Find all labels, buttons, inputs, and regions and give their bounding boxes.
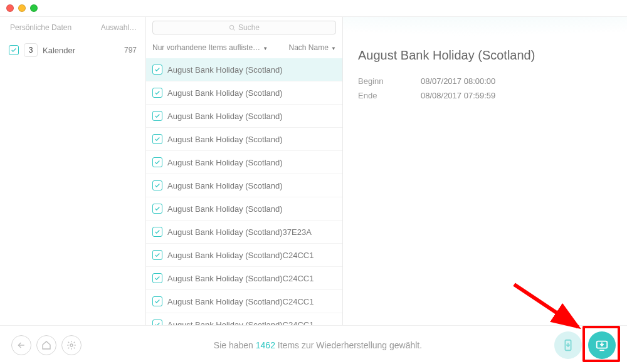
list-item-label: August Bank Holiday (Scotland)C24CC1: [167, 274, 314, 283]
checkbox-icon[interactable]: [152, 250, 162, 260]
detail-value: 08/08/2017 07:59:59: [421, 91, 495, 100]
list-item[interactable]: August Bank Holiday (Scotland): [146, 105, 342, 128]
list-item-label: August Bank Holiday (Scotland)C24CC1: [167, 297, 314, 306]
checkbox-icon[interactable]: [152, 111, 162, 121]
list-item-label: August Bank Holiday (Scotland): [167, 88, 283, 98]
chevron-down-icon: ▼: [261, 46, 268, 51]
checkbox-icon[interactable]: [152, 65, 162, 75]
detail-row: Beginn08/07/2017 08:00:00: [358, 74, 612, 88]
detail-value: 08/07/2017 08:00:00: [421, 76, 495, 86]
detail-key: Beginn: [358, 76, 421, 86]
checkbox-icon[interactable]: [152, 296, 162, 306]
home-icon: [41, 340, 51, 350]
sidebar-item-calendar[interactable]: 3 Kalender 797: [0, 38, 145, 62]
list-item[interactable]: August Bank Holiday (Scotland): [146, 58, 342, 81]
settings-button[interactable]: [61, 335, 82, 355]
list-item[interactable]: August Bank Holiday (Scotland)C24CC1: [146, 244, 342, 267]
list-item-label: August Bank Holiday (Scotland): [167, 204, 283, 214]
arrow-left-icon: [16, 340, 26, 350]
list-item[interactable]: August Bank Holiday (Scotland): [146, 151, 342, 174]
gear-icon: [66, 340, 76, 350]
recover-to-computer-button[interactable]: [588, 331, 616, 359]
svg-line-1: [233, 29, 235, 31]
list-item-label: August Bank Holiday (Scotland)37E23A: [167, 227, 312, 237]
back-button[interactable]: [11, 335, 31, 355]
sidebar-header-right[interactable]: Auswahl…: [101, 23, 137, 32]
chevron-down-icon: ▼: [330, 46, 336, 51]
list-item-label: August Bank Holiday (Scotland): [167, 65, 283, 75]
footer-status-text: Sie haben 1462 Items zur Wiederherstellu…: [82, 340, 554, 350]
list-item-label: August Bank Holiday (Scotland)C24CC1: [167, 251, 314, 260]
sort-by-name[interactable]: Nach Name ▼: [289, 43, 337, 52]
checkbox-icon[interactable]: [152, 134, 162, 144]
list-item-label: August Bank Holiday (Scotland): [167, 158, 283, 167]
sidebar-item-count: 797: [124, 46, 137, 55]
detail-key: Ende: [358, 91, 421, 100]
list-item[interactable]: August Bank Holiday (Scotland): [146, 197, 342, 221]
checkbox-icon[interactable]: [152, 320, 162, 325]
window-zoom-icon[interactable]: [30, 4, 38, 12]
search-icon: [229, 24, 236, 31]
svg-point-0: [229, 25, 233, 29]
sidebar: Persönliche Daten Auswahl… 3 Kalender 79…: [0, 17, 146, 325]
list-item[interactable]: August Bank Holiday (Scotland)C24CC1: [146, 267, 342, 290]
list-item[interactable]: August Bank Holiday (Scotland): [146, 174, 342, 197]
list-item-label: August Bank Holiday (Scotland): [167, 135, 283, 144]
list-item[interactable]: August Bank Holiday (Scotland): [146, 128, 342, 151]
window-minimize-icon[interactable]: [18, 4, 26, 12]
detail-row: Ende08/08/2017 07:59:59: [358, 88, 612, 103]
search-input[interactable]: Suche: [152, 21, 336, 34]
list-item[interactable]: August Bank Holiday (Scotland)37E23A: [146, 221, 342, 244]
sidebar-header-left: Persönliche Daten: [10, 23, 71, 32]
download-to-computer-icon: [595, 338, 609, 352]
event-list[interactable]: August Bank Holiday (Scotland)August Ban…: [146, 58, 342, 325]
search-placeholder: Suche: [238, 23, 260, 32]
checkbox-icon[interactable]: [152, 180, 162, 190]
recover-to-device-button[interactable]: [554, 331, 582, 359]
list-item-label: August Bank Holiday (Scotland): [167, 181, 283, 190]
checkbox-icon[interactable]: [152, 204, 162, 214]
svg-point-3: [70, 344, 73, 346]
footer: Sie haben 1462 Items zur Wiederherstellu…: [0, 325, 627, 364]
calendar-icon: 3: [24, 43, 38, 57]
sidebar-item-label: Kalender: [43, 46, 124, 55]
checkbox-icon[interactable]: [152, 273, 162, 283]
checkbox-icon[interactable]: [152, 157, 162, 167]
checkbox-icon[interactable]: [9, 45, 19, 55]
checkbox-icon[interactable]: [152, 88, 162, 98]
checkbox-icon[interactable]: [152, 227, 162, 237]
filter-existing-items[interactable]: Nur vorhandene Items aufliste… ▼: [152, 43, 282, 52]
window-close-icon[interactable]: [6, 4, 14, 12]
list-item[interactable]: August Bank Holiday (Scotland)C24CC1: [146, 290, 342, 313]
list-item[interactable]: August Bank Holiday (Scotland): [146, 81, 342, 105]
event-list-panel: Suche Nur vorhandene Items aufliste… ▼ N…: [146, 17, 343, 325]
detail-panel: August Bank Holiday (Scotland) Beginn08/…: [343, 17, 627, 325]
phone-icon: [561, 338, 575, 352]
list-item-label: August Bank Holiday (Scotland): [167, 112, 283, 121]
list-item-label: August Bank Holiday (Scotland)C24CC1: [167, 320, 314, 326]
detail-title: August Bank Holiday (Scotland): [358, 48, 612, 63]
home-button[interactable]: [36, 335, 56, 355]
list-item[interactable]: August Bank Holiday (Scotland)C24CC1: [146, 313, 342, 325]
